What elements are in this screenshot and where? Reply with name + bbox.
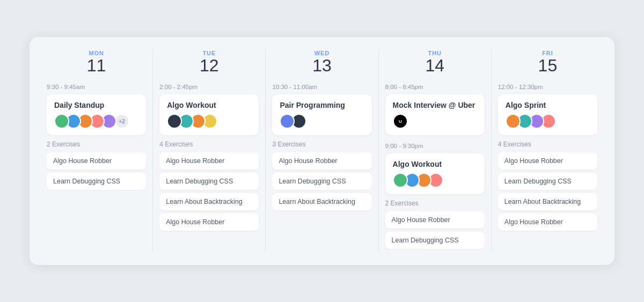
event-title: Algo Workout bbox=[393, 160, 477, 168]
exercise-item[interactable]: Algo House Robber bbox=[159, 152, 259, 170]
event-card[interactable]: Algo Workout bbox=[159, 94, 259, 135]
exercise-item[interactable]: Learn Debugging CSS bbox=[498, 173, 597, 190]
avatar-group bbox=[393, 173, 477, 188]
avatar-group: +2 bbox=[54, 114, 138, 129]
exercise-item[interactable]: Algo House Robber bbox=[159, 213, 259, 231]
day-number: 15 bbox=[498, 56, 597, 75]
avatar-group bbox=[280, 114, 364, 129]
exercise-item[interactable]: Algo House Robber bbox=[272, 152, 371, 170]
avatar bbox=[506, 114, 521, 129]
day-column-fri: FRI1512:00 - 12:30pmAlgo Sprint4 Exercis… bbox=[492, 50, 604, 252]
day-column-tue: TUE122:00 - 2:45pmAlgo Workout4 Exercise… bbox=[153, 50, 266, 252]
event-time: 9:00 - 9:30pm bbox=[385, 143, 485, 149]
avatar-more: +2 bbox=[114, 114, 129, 129]
event-title: Mock Interview @ Uber bbox=[393, 101, 477, 109]
avatar-group bbox=[506, 114, 590, 129]
event-card[interactable]: Algo Workout bbox=[385, 153, 485, 194]
avatar bbox=[54, 114, 69, 129]
exercises-section: 4 ExercisesAlgo House RobberLearn Debugg… bbox=[159, 141, 259, 231]
day-column-mon: MON119:30 - 9:45amDaily Standup+22 Exerc… bbox=[40, 50, 153, 252]
avatar bbox=[393, 173, 408, 188]
day-column-wed: WED1310:30 - 11:00amPair Programming3 Ex… bbox=[266, 50, 378, 252]
event-time: 9:30 - 9:45am bbox=[47, 84, 146, 90]
event-title: Pair Programming bbox=[280, 101, 364, 109]
day-number: 14 bbox=[385, 56, 485, 75]
calendar-container: MON119:30 - 9:45amDaily Standup+22 Exerc… bbox=[30, 37, 614, 265]
event-card[interactable]: Pair Programming bbox=[272, 94, 371, 135]
exercise-item[interactable]: Learn About Backtracking bbox=[272, 193, 371, 210]
event-title: Algo Sprint bbox=[506, 101, 590, 109]
day-header: TUE12 bbox=[159, 50, 259, 75]
event-card[interactable]: Mock Interview @ UberU bbox=[385, 94, 485, 135]
exercises-section: 4 ExercisesAlgo House RobberLearn Debugg… bbox=[498, 141, 597, 231]
exercises-section: 3 ExercisesAlgo House RobberLearn Debugg… bbox=[272, 141, 371, 210]
exercise-item[interactable]: Algo House Robber bbox=[47, 152, 146, 170]
exercises-count: 4 Exercises bbox=[498, 141, 597, 148]
event-title: Daily Standup bbox=[54, 101, 138, 109]
event-time: 10:30 - 11:00am bbox=[272, 84, 371, 90]
exercise-item[interactable]: Learn About Backtracking bbox=[498, 193, 597, 210]
avatar bbox=[167, 114, 182, 129]
avatar bbox=[280, 114, 295, 129]
avatar: U bbox=[393, 114, 408, 129]
day-header: MON11 bbox=[47, 50, 146, 75]
event-card[interactable]: Daily Standup+2 bbox=[47, 94, 146, 135]
event-time: 12:00 - 12:30pm bbox=[498, 84, 597, 90]
exercise-item[interactable]: Algo House Robber bbox=[498, 152, 597, 170]
day-column-thu: THU148:00 - 8:45pmMock Interview @ UberU… bbox=[379, 50, 492, 252]
exercises-count: 2 Exercises bbox=[47, 141, 146, 148]
exercises-count: 2 Exercises bbox=[385, 200, 485, 207]
exercise-item[interactable]: Algo House Robber bbox=[498, 213, 597, 231]
exercise-item[interactable]: Learn Debugging CSS bbox=[272, 173, 371, 190]
day-header: WED13 bbox=[272, 50, 371, 75]
day-number: 12 bbox=[159, 56, 259, 75]
event-time: 8:00 - 8:45pm bbox=[385, 84, 485, 90]
exercise-item[interactable]: Learn Debugging CSS bbox=[47, 173, 146, 190]
exercise-item[interactable]: Algo House Robber bbox=[385, 211, 485, 229]
day-number: 13 bbox=[272, 56, 371, 75]
exercise-item[interactable]: Learn About Backtracking bbox=[159, 193, 259, 210]
exercises-section: 2 ExercisesAlgo House RobberLearn Debugg… bbox=[47, 141, 146, 190]
exercises-count: 4 Exercises bbox=[159, 141, 259, 148]
exercises-section: 2 ExercisesAlgo House RobberLearn Debugg… bbox=[385, 200, 485, 249]
avatar-group bbox=[167, 114, 251, 129]
event-card[interactable]: Algo Sprint bbox=[498, 94, 597, 135]
event-title: Algo Workout bbox=[167, 101, 251, 109]
day-header: FRI15 bbox=[498, 50, 597, 75]
avatar-group: U bbox=[393, 114, 477, 129]
day-header: THU14 bbox=[385, 50, 485, 75]
event-time: 2:00 - 2:45pm bbox=[159, 84, 259, 90]
day-number: 11 bbox=[47, 56, 146, 75]
exercises-count: 3 Exercises bbox=[272, 141, 371, 148]
exercise-item[interactable]: Learn Debugging CSS bbox=[385, 232, 485, 249]
exercise-item[interactable]: Learn Debugging CSS bbox=[159, 173, 259, 190]
